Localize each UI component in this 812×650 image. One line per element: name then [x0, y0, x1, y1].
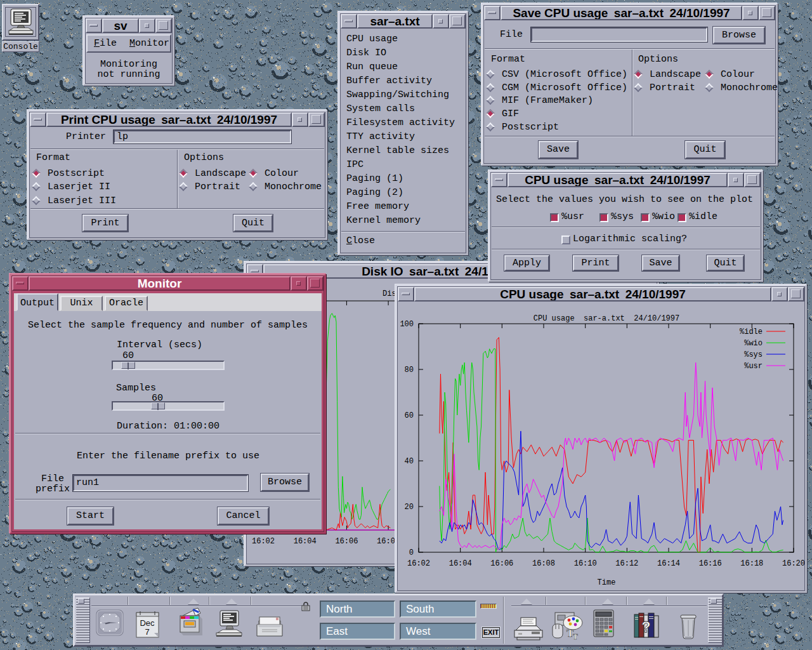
svg-text:Time: Time	[598, 578, 616, 587]
svg-text:CPU usage sar-a.txt 24/10/19: CPU usage sar-a.txt 24/10/1997	[534, 314, 679, 323]
svg-text:16:02: 16:02	[407, 559, 430, 568]
svg-text:100: 100	[400, 320, 414, 329]
svg-text:40: 40	[405, 457, 414, 466]
svg-text:60: 60	[405, 411, 414, 420]
svg-text:16:20: 16:20	[782, 559, 805, 568]
svg-text:?: ?	[641, 618, 651, 635]
svg-text:16:04: 16:04	[294, 537, 317, 546]
svg-text:0: 0	[409, 548, 414, 557]
svg-text:20: 20	[405, 503, 414, 512]
svg-text:16:12: 16:12	[615, 559, 638, 568]
svg-text:%usr: %usr	[744, 362, 763, 371]
svg-text:Dec: Dec	[140, 618, 155, 628]
svg-text:16:16: 16:16	[699, 559, 722, 568]
svg-text:%idle: %idle	[740, 328, 763, 336]
svg-text:16:08: 16:08	[532, 559, 555, 568]
svg-text:16:18: 16:18	[740, 559, 763, 568]
svg-text:80: 80	[405, 366, 414, 375]
svg-text:%sys: %sys	[744, 350, 763, 359]
svg-text:%wio: %wio	[744, 339, 763, 348]
svg-text:7: 7	[145, 627, 149, 637]
svg-text:16:02: 16:02	[252, 537, 275, 546]
svg-text:16:14: 16:14	[657, 559, 680, 568]
svg-text:16:06: 16:06	[335, 537, 358, 546]
svg-text:16:04: 16:04	[449, 559, 472, 568]
svg-text:T: T	[573, 632, 578, 640]
svg-text:16:10: 16:10	[574, 559, 597, 568]
svg-text:16:06: 16:06	[490, 559, 513, 568]
